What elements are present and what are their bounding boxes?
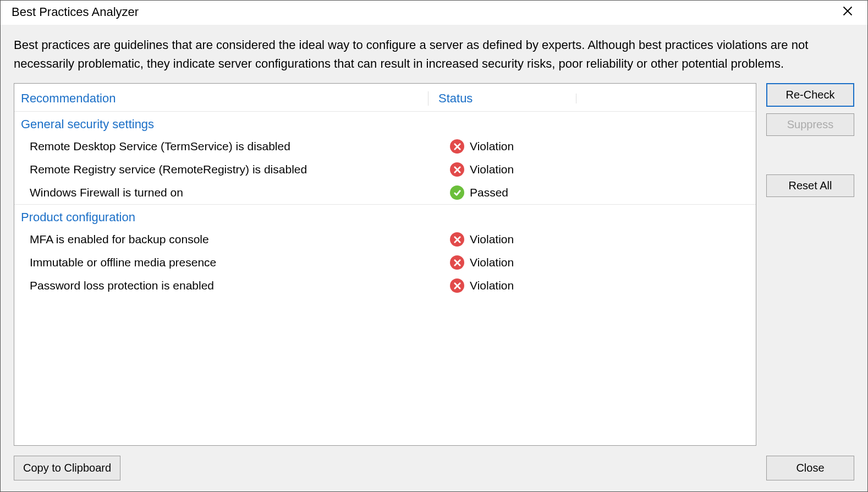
recommendation-label: Remote Registry service (RemoteRegistry)…	[30, 163, 428, 176]
recommendation-label: Remote Desktop Service (TermService) is …	[30, 140, 428, 153]
suppress-button[interactable]: Suppress	[766, 113, 854, 136]
mid-row: Recommendation Status General security s…	[14, 83, 854, 446]
status-cell: Violation	[428, 278, 514, 293]
violation-icon	[450, 232, 464, 247]
passed-icon	[450, 185, 464, 200]
status-cell: Violation	[428, 232, 514, 247]
list-row[interactable]: Remote Registry service (RemoteRegistry)…	[14, 158, 756, 181]
description-text: Best practices are guidelines that are c…	[14, 36, 854, 73]
bottom-row: Copy to Clipboard Close	[14, 446, 854, 480]
content-area: Best practices are guidelines that are c…	[1, 25, 867, 491]
column-header-recommendation[interactable]: Recommendation	[21, 91, 428, 106]
status-text: Violation	[470, 140, 514, 153]
list-row[interactable]: Remote Desktop Service (TermService) is …	[14, 135, 756, 158]
status-text: Violation	[470, 233, 514, 246]
recommendation-label: Immutable or offline media presence	[30, 256, 428, 269]
list-row[interactable]: Windows Firewall is turned on Passed	[14, 181, 756, 204]
side-buttons: Re-Check Suppress Reset All	[766, 83, 854, 446]
recheck-button[interactable]: Re-Check	[766, 83, 854, 107]
dialog: Best Practices Analyzer Best practices a…	[0, 0, 868, 492]
list-row[interactable]: MFA is enabled for backup console Violat…	[14, 228, 756, 251]
violation-icon	[450, 139, 464, 154]
status-cell: Violation	[428, 162, 514, 177]
status-text: Violation	[470, 163, 514, 176]
titlebar: Best Practices Analyzer	[1, 1, 867, 25]
status-text: Violation	[470, 256, 514, 269]
recommendation-label: MFA is enabled for backup console	[30, 233, 428, 246]
close-icon[interactable]	[839, 6, 856, 19]
list-row[interactable]: Password loss protection is enabled Viol…	[14, 274, 756, 297]
status-cell: Violation	[428, 255, 514, 270]
status-text: Violation	[470, 279, 514, 292]
group-title: Product configuration	[14, 204, 756, 228]
list-row[interactable]: Immutable or offline media presence Viol…	[14, 251, 756, 274]
status-cell: Passed	[428, 185, 508, 200]
status-cell: Violation	[428, 139, 514, 154]
dialog-title: Best Practices Analyzer	[12, 5, 139, 19]
recommendation-label: Password loss protection is enabled	[30, 279, 428, 292]
status-text: Passed	[470, 186, 508, 199]
group-title: General security settings	[14, 111, 756, 135]
close-button[interactable]: Close	[766, 456, 854, 480]
column-header-status[interactable]: Status	[428, 91, 576, 106]
violation-icon	[450, 278, 464, 293]
recommendation-label: Windows Firewall is turned on	[30, 186, 428, 199]
violation-icon	[450, 255, 464, 270]
recommendation-list: Recommendation Status General security s…	[14, 83, 756, 446]
copy-clipboard-button[interactable]: Copy to Clipboard	[14, 456, 120, 480]
list-header: Recommendation Status	[14, 84, 756, 111]
reset-all-button[interactable]: Reset All	[766, 174, 854, 197]
violation-icon	[450, 162, 464, 177]
